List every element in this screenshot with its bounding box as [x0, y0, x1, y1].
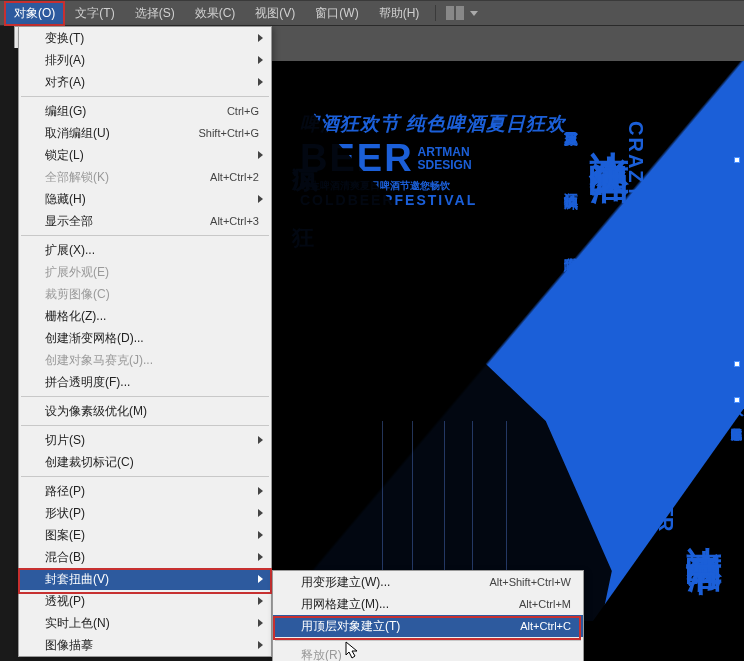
menu-item-ungroup[interactable]: 取消编组(U)Shift+Ctrl+G [19, 122, 271, 144]
menu-separator [21, 425, 269, 426]
cursor-icon [345, 641, 361, 661]
menu-window[interactable]: 窗口(W) [305, 1, 368, 26]
menu-separator [21, 235, 269, 236]
menu-item-perspective[interactable]: 透视(P) [19, 590, 271, 612]
menu-separator [21, 396, 269, 397]
submenu-arrow-icon [258, 34, 263, 42]
selection-handle[interactable] [734, 361, 740, 367]
submenu-item-mesh[interactable]: 用网格建立(M)...Alt+Ctrl+M [273, 593, 583, 615]
submenu-arrow-icon [258, 531, 263, 539]
menu-item-slice[interactable]: 切片(S) [19, 429, 271, 451]
menu-separator [21, 96, 269, 97]
menu-type[interactable]: 文字(T) [65, 1, 124, 26]
menu-item-live-paint[interactable]: 实时上色(N) [19, 612, 271, 634]
menu-item-blend[interactable]: 混合(B) [19, 546, 271, 568]
submenu-arrow-icon [258, 78, 263, 86]
submenu-arrow-icon [258, 597, 263, 605]
menu-item-image-trace[interactable]: 图像描摹 [19, 634, 271, 656]
menu-item-transform[interactable]: 变换(T) [19, 27, 271, 49]
submenu-arrow-icon [258, 509, 263, 517]
menu-item-hide[interactable]: 隐藏(H) [19, 188, 271, 210]
arrange-documents-icon[interactable] [446, 6, 464, 20]
menu-item-lock[interactable]: 锁定(L) [19, 144, 271, 166]
menu-item-arrange[interactable]: 排列(A) [19, 49, 271, 71]
submenu-arrow-icon [258, 151, 263, 159]
menu-help[interactable]: 帮助(H) [369, 1, 430, 26]
menu-bar: 对象(O) 文字(T) 选择(S) 效果(C) 视图(V) 窗口(W) 帮助(H… [0, 0, 744, 26]
selection-handle[interactable] [734, 157, 740, 163]
submenu-arrow-icon [258, 575, 263, 583]
submenu-arrow-icon [258, 487, 263, 495]
menu-select[interactable]: 选择(S) [125, 1, 185, 26]
menu-item-unlock-all: 全部解锁(K)Alt+Ctrl+2 [19, 166, 271, 188]
separator [435, 5, 436, 21]
submenu-item-top-object[interactable]: 用顶层对象建立(T)Alt+Ctrl+C [273, 615, 583, 637]
submenu-item-release: 释放(R) [273, 644, 583, 661]
object-menu: 变换(T) 排列(A) 对齐(A) 编组(G)Ctrl+G 取消编组(U)Shi… [18, 26, 272, 657]
submenu-arrow-icon [258, 436, 263, 444]
menu-item-flatten[interactable]: 拼合透明度(F)... [19, 371, 271, 393]
chevron-down-icon[interactable] [470, 11, 478, 16]
menu-item-pixel-perfect[interactable]: 设为像素级优化(M) [19, 400, 271, 422]
menu-separator [21, 476, 269, 477]
menu-item-mosaic: 创建对象马赛克(J)... [19, 349, 271, 371]
submenu-arrow-icon [258, 619, 263, 627]
menu-separator [275, 640, 581, 641]
menu-item-gradient-mesh[interactable]: 创建渐变网格(D)... [19, 327, 271, 349]
menu-item-expand[interactable]: 扩展(X)... [19, 239, 271, 261]
submenu-arrow-icon [258, 195, 263, 203]
menu-effect[interactable]: 效果(C) [185, 1, 246, 26]
menu-item-align[interactable]: 对齐(A) [19, 71, 271, 93]
menu-item-trim-marks[interactable]: 创建裁切标记(C) [19, 451, 271, 473]
menu-object[interactable]: 对象(O) [4, 1, 65, 26]
menu-item-expand-appearance: 扩展外观(E) [19, 261, 271, 283]
submenu-arrow-icon [258, 641, 263, 649]
menu-item-crop-image: 裁剪图像(C) [19, 283, 271, 305]
menu-item-shape[interactable]: 形状(P) [19, 502, 271, 524]
menu-view[interactable]: 视图(V) [245, 1, 305, 26]
envelope-submenu: 用变形建立(W)...Alt+Shift+Ctrl+W 用网格建立(M)...A… [272, 570, 584, 661]
menu-item-path[interactable]: 路径(P) [19, 480, 271, 502]
selection-handle[interactable] [734, 397, 740, 403]
menu-item-rasterize[interactable]: 栅格化(Z)... [19, 305, 271, 327]
canvas-area: 啤酒狂欢节 纯色啤酒夏日狂欢 BEER ARTMANSDESIGN 纯生啤酒清爽… [272, 26, 744, 661]
submenu-item-warp[interactable]: 用变形建立(W)...Alt+Shift+Ctrl+W [273, 571, 583, 593]
menu-item-group[interactable]: 编组(G)Ctrl+G [19, 100, 271, 122]
menu-item-show-all[interactable]: 显示全部Alt+Ctrl+3 [19, 210, 271, 232]
menu-item-pattern[interactable]: 图案(E) [19, 524, 271, 546]
submenu-arrow-icon [258, 56, 263, 64]
submenu-arrow-icon [258, 553, 263, 561]
menu-item-envelope-distort[interactable]: 封套扭曲(V) [19, 568, 271, 590]
